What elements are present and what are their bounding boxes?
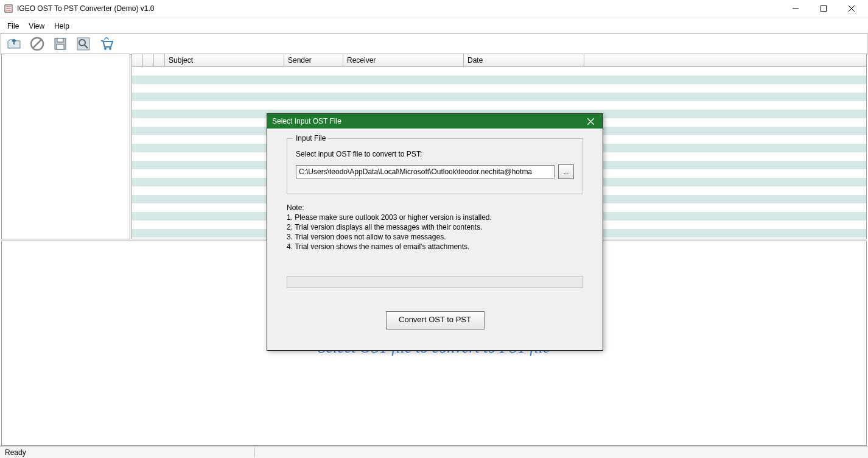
open-button[interactable] (3, 35, 25, 53)
svg-rect-9 (57, 44, 64, 49)
grid-col-sender[interactable]: Sender (284, 54, 343, 66)
note-line-1: 1. Please make sure outlook 2003 or high… (287, 213, 583, 222)
notes-block: Note: 1. Please make sure outlook 2003 o… (287, 203, 583, 252)
input-file-fieldset: Input File Select input OST file to conv… (287, 138, 583, 194)
svg-rect-2 (821, 6, 827, 12)
note-header: Note: (287, 203, 583, 213)
select-input-dialog: Select Input OST File Input File Select … (267, 113, 603, 351)
select-input-label: Select input OST file to convert to PST: (296, 150, 574, 158)
window-minimize-button[interactable] (782, 0, 810, 17)
convert-button[interactable]: Convert OST to PST (386, 311, 485, 329)
grid-col-subject[interactable]: Subject (165, 54, 284, 66)
grid-col-filler (584, 54, 866, 66)
statusbar: Ready (0, 446, 868, 458)
toolbar (1, 33, 867, 55)
search-button[interactable] (72, 35, 94, 53)
svg-point-13 (104, 48, 107, 50)
save-button[interactable] (49, 35, 71, 53)
progress-bar (287, 276, 583, 288)
grid-header: Subject Sender Receiver Date (132, 54, 866, 67)
grid-col-date[interactable]: Date (464, 54, 584, 66)
dialog-title-text: Select Input OST File (272, 117, 578, 125)
menu-file[interactable]: File (2, 21, 24, 32)
status-ready: Ready (2, 448, 255, 457)
svg-rect-8 (57, 38, 63, 42)
grid-col-blank3[interactable] (154, 54, 165, 66)
menu-view[interactable]: View (24, 21, 49, 32)
fieldset-legend: Input File (293, 134, 328, 143)
note-line-4: 4. Trial version shows the names of emai… (287, 242, 583, 252)
app-icon (4, 4, 13, 13)
grid-col-blank1[interactable] (132, 54, 143, 66)
window-titlebar: IGEO OST To PST Converter (Demo) v1.0 (0, 0, 868, 18)
menubar: File View Help (0, 18, 868, 33)
stop-button[interactable] (26, 35, 48, 53)
window-close-button[interactable] (838, 0, 866, 17)
window-title: IGEO OST To PST Converter (Demo) v1.0 (17, 4, 782, 13)
dialog-close-button[interactable] (578, 114, 603, 129)
ost-path-input[interactable] (296, 165, 555, 178)
svg-line-6 (33, 40, 41, 48)
window-maximize-button[interactable] (810, 0, 838, 17)
note-line-3: 3. Trial version does not allow to save … (287, 232, 583, 242)
folder-tree-pane[interactable] (1, 54, 130, 239)
note-line-2: 2. Trial version displays all the messag… (287, 222, 583, 232)
grid-col-blank2[interactable] (143, 54, 154, 66)
menu-help[interactable]: Help (49, 21, 74, 32)
browse-button[interactable]: ... (558, 164, 574, 179)
grid-col-receiver[interactable]: Receiver (343, 54, 464, 66)
purchase-button[interactable] (96, 35, 117, 53)
status-filler (255, 448, 866, 457)
dialog-titlebar[interactable]: Select Input OST File (267, 114, 603, 129)
svg-point-14 (109, 48, 111, 50)
